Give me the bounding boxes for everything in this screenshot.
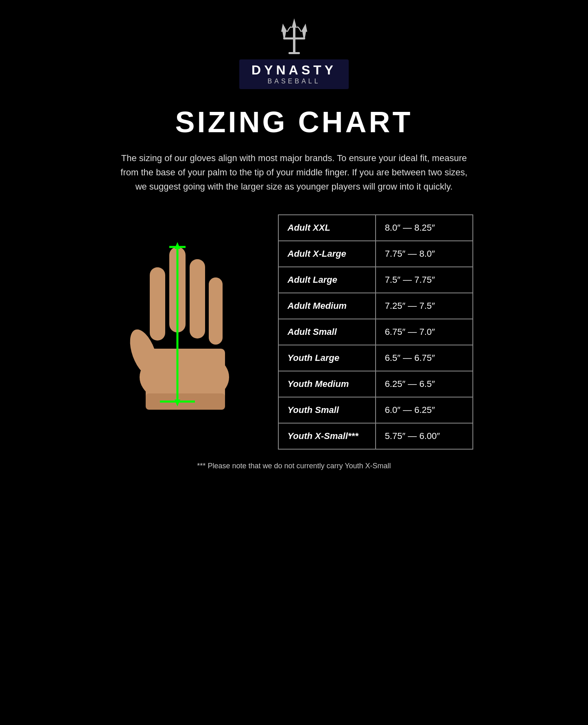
size-label: Youth X-Small***: [278, 423, 376, 449]
table-row: Adult Large7.5″ — 7.75″: [278, 267, 473, 293]
svg-rect-11: [209, 277, 223, 345]
description-text: The sizing of our gloves align with most…: [119, 151, 469, 194]
size-label: Adult Large: [278, 267, 376, 293]
size-range: 6.25″ — 6.5″: [376, 371, 473, 397]
size-label: Adult Medium: [278, 293, 376, 319]
size-label: Youth Medium: [278, 371, 376, 397]
hand-illustration: [115, 214, 254, 418]
svg-rect-8: [150, 267, 165, 341]
trident-icon: [274, 16, 315, 57]
size-range: 6.0″ — 6.25″: [376, 397, 473, 423]
page-container: DYNASTY BASEBALL SIZING CHART The sizing…: [91, 0, 498, 495]
svg-marker-1: [281, 24, 287, 39]
table-row: Youth Large6.5″ — 6.75″: [278, 345, 473, 371]
sizing-table: Adult XXL8.0″ — 8.25″Adult X-Large7.75″ …: [278, 214, 473, 450]
logo-baseball: BASEBALL: [251, 78, 337, 85]
table-row: Youth X-Small***5.75″ — 6.00″: [278, 423, 473, 449]
size-range: 7.75″ — 8.0″: [376, 241, 473, 267]
size-range: 5.75″ — 6.00″: [376, 423, 473, 449]
logo-area: DYNASTY BASEBALL: [239, 16, 349, 89]
table-row: Adult Medium7.25″ — 7.5″: [278, 293, 473, 319]
size-range: 7.25″ — 7.5″: [376, 293, 473, 319]
page-title: SIZING CHART: [175, 105, 413, 139]
table-row: Youth Small6.0″ — 6.25″: [278, 397, 473, 423]
size-label: Youth Small: [278, 397, 376, 423]
hand-area: [115, 214, 262, 419]
size-range: 7.5″ — 7.75″: [376, 267, 473, 293]
svg-marker-2: [301, 24, 307, 39]
logo-dynasty: DYNASTY: [251, 63, 337, 78]
table-row: Adult XXL8.0″ — 8.25″: [278, 215, 473, 241]
size-label: Adult Small: [278, 319, 376, 345]
table-row: Adult Small6.75″ — 7.0″: [278, 319, 473, 345]
size-range: 6.5″ — 6.75″: [376, 345, 473, 371]
svg-rect-3: [283, 37, 305, 39]
size-label: Adult XXL: [278, 215, 376, 241]
size-label: Youth Large: [278, 345, 376, 371]
svg-rect-10: [190, 259, 205, 338]
table-row: Adult X-Large7.75″ — 8.0″: [278, 241, 473, 267]
svg-marker-0: [292, 18, 297, 46]
size-range: 6.75″ — 7.0″: [376, 319, 473, 345]
size-range: 8.0″ — 8.25″: [376, 215, 473, 241]
logo-text-box: DYNASTY BASEBALL: [239, 59, 349, 89]
svg-rect-4: [293, 46, 295, 53]
table-row: Youth Medium6.25″ — 6.5″: [278, 371, 473, 397]
svg-rect-5: [289, 52, 300, 54]
footnote: *** Please note that we do not currently…: [197, 462, 391, 470]
main-content: Adult XXL8.0″ — 8.25″Adult X-Large7.75″ …: [99, 214, 490, 450]
size-label: Adult X-Large: [278, 241, 376, 267]
